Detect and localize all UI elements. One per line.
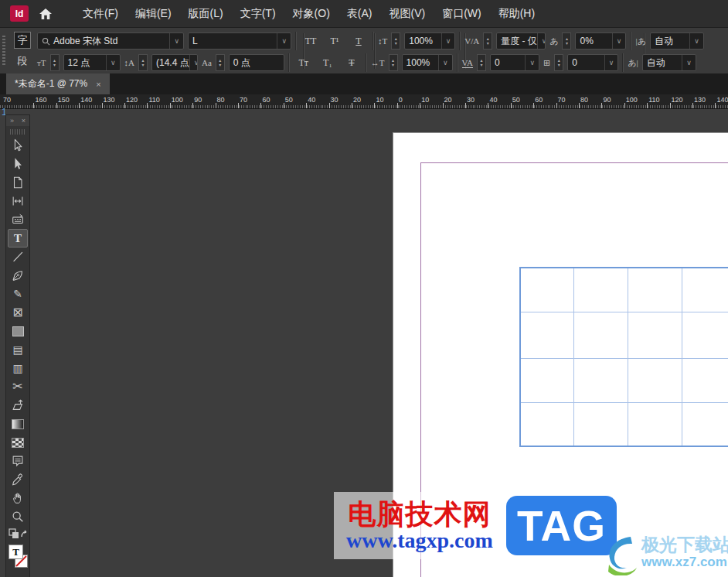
leading-icon: ↕A: [124, 58, 134, 67]
all-caps-button[interactable]: TT: [301, 32, 321, 50]
grid-jidori-stepper[interactable]: ▴▾: [554, 54, 563, 71]
baseline-shift-field[interactable]: 0 点: [229, 54, 284, 71]
grid-jidori-icon: ⊞: [543, 58, 550, 68]
watermark-url: www.tagxp.com: [346, 529, 493, 551]
space-after-icon: あ|: [628, 57, 638, 69]
vertical-grid-tool[interactable]: ▥: [8, 359, 28, 377]
expand-panel-icon[interactable]: »: [10, 117, 14, 125]
grid-jidori-field[interactable]: 0∨: [567, 54, 618, 71]
menu-window[interactable]: 窗口(W): [434, 0, 490, 27]
space-before-icon: |あ: [635, 36, 645, 47]
vertical-scale-field[interactable]: 100%∨: [404, 32, 455, 50]
free-transform-tool[interactable]: [8, 396, 28, 415]
direct-selection-tool[interactable]: [8, 155, 28, 173]
vertical-scale-icon: ↕T: [378, 36, 387, 46]
chevron-down-icon[interactable]: ∨: [277, 33, 287, 49]
font-style-combo[interactable]: L ∨: [188, 32, 291, 50]
xz7-site-name: 极光下载站: [641, 535, 728, 555]
indesign-logo[interactable]: Id: [10, 5, 29, 22]
close-panel-icon[interactable]: ×: [22, 117, 26, 125]
tracking-icon: VA: [462, 58, 473, 68]
kerning-stepper[interactable]: ▴▾: [483, 32, 492, 50]
font-family-combo[interactable]: Adobe 宋体 Std ∨: [37, 32, 184, 50]
horizontal-grid-tool[interactable]: ▤: [8, 340, 28, 359]
proportional-spacing-field[interactable]: 0%∨: [575, 32, 626, 50]
space-after-field[interactable]: 自动∨: [642, 54, 696, 71]
font-family-value: Adobe 宋体 Std: [53, 35, 117, 48]
text-fill-swatch[interactable]: T: [9, 545, 23, 559]
menu-edit[interactable]: 编辑(E): [127, 0, 180, 27]
horizontal-scale-icon: ↔T: [371, 58, 385, 67]
gap-tool[interactable]: [8, 192, 28, 210]
character-formatting-tab[interactable]: 字: [14, 32, 31, 49]
home-icon[interactable]: [39, 8, 53, 20]
font-size-icon: тT: [37, 58, 46, 67]
pencil-tool[interactable]: ✎: [8, 285, 28, 303]
chevron-down-icon[interactable]: ∨: [169, 33, 179, 49]
subscript-button[interactable]: T₁: [318, 54, 338, 71]
baseline-shift-stepper[interactable]: ▴▾: [216, 54, 225, 71]
tracking-stepper[interactable]: ▴▾: [477, 54, 486, 71]
panel-grip[interactable]: [2, 36, 5, 67]
space-before-field[interactable]: 自动∨: [650, 32, 704, 50]
kerning-field[interactable]: 量度 - 仅∨: [496, 32, 546, 50]
horizontal-ruler[interactable]: 7016015014013012011010090807060504030201…: [0, 94, 728, 109]
menu-items: 文件(F)编辑(E)版面(L)文字(T)对象(O)表(A)视图(V)窗口(W)帮…: [74, 0, 543, 27]
rectangle-tool[interactable]: [8, 322, 28, 340]
proportional-spacing-stepper[interactable]: ▴▾: [562, 32, 571, 50]
menu-table[interactable]: 表(A): [338, 0, 381, 27]
zoom-tool[interactable]: [8, 507, 28, 526]
eyedropper-tool[interactable]: [8, 470, 28, 489]
tracking-field[interactable]: 0∨: [490, 54, 539, 71]
horizontal-scale-stepper[interactable]: ▴▾: [389, 54, 398, 71]
underline-button[interactable]: T: [349, 32, 369, 50]
tools-panel: » × T✎⊠▤▥✂ T: [5, 114, 30, 577]
note-tool[interactable]: [8, 452, 28, 470]
menu-layout[interactable]: 版面(L): [180, 0, 232, 27]
indesign-window: Id 文件(F)编辑(E)版面(L)文字(T)对象(O)表(A)视图(V)窗口(…: [0, 0, 728, 577]
font-size-stepper[interactable]: ▴▾: [50, 54, 60, 71]
panel-grip[interactable]: [10, 129, 26, 135]
menu-file[interactable]: 文件(F): [74, 0, 127, 27]
tag-logo: TAG: [506, 496, 617, 555]
fill-stroke-indicator[interactable]: T: [8, 545, 28, 568]
hand-tool[interactable]: [8, 489, 28, 507]
kerning-icon: V/A: [464, 36, 479, 46]
vertical-scale-stepper[interactable]: ▴▾: [391, 32, 400, 50]
leading-field[interactable]: (14.4 点∨: [151, 54, 198, 71]
content-collector-tool[interactable]: [8, 210, 28, 229]
strikethrough-button[interactable]: T: [342, 54, 362, 71]
gradient-feather-tool[interactable]: [8, 433, 28, 452]
superscript-button[interactable]: T¹: [325, 32, 345, 50]
frame-tool[interactable]: ⊠: [8, 303, 28, 322]
font-size-field[interactable]: 12 点∨: [63, 54, 121, 71]
proportional-spacing-icon: あ: [549, 36, 558, 47]
menu-help[interactable]: 帮助(H): [490, 0, 543, 27]
gradient-tool[interactable]: [8, 415, 28, 433]
type-tool[interactable]: T: [8, 229, 28, 248]
page-tool[interactable]: [8, 173, 28, 192]
menu-view[interactable]: 视图(V): [380, 0, 434, 27]
swap-fill-stroke[interactable]: [8, 527, 28, 543]
paragraph-formatting-tab[interactable]: 段: [14, 53, 31, 70]
menu-type[interactable]: 文字(T): [232, 0, 284, 27]
search-icon: [42, 37, 50, 46]
menu-object[interactable]: 对象(O): [284, 0, 338, 27]
menu-bar: Id 文件(F)编辑(E)版面(L)文字(T)对象(O)表(A)视图(V)窗口(…: [0, 0, 728, 27]
font-style-value: L: [192, 36, 198, 46]
small-caps-button[interactable]: Tт: [294, 54, 314, 71]
watermark-title: 电脑技术网: [349, 500, 492, 529]
document-tab[interactable]: *未命名-1 @ 77% ×: [6, 73, 110, 94]
horizontal-scale-field[interactable]: 100%∨: [402, 54, 453, 71]
baseline-shift-icon: Aa: [202, 58, 212, 67]
scissors-tool[interactable]: ✂: [8, 377, 28, 396]
selection-tool[interactable]: [8, 136, 28, 155]
table-frame[interactable]: [519, 267, 728, 447]
document-tab-bar: *未命名-1 @ 77% ×: [0, 73, 728, 94]
line-tool[interactable]: [8, 248, 28, 266]
close-icon[interactable]: ×: [96, 80, 100, 89]
workspace: 1 » × T✎⊠▤▥✂ T: [0, 108, 728, 577]
pen-tool[interactable]: [8, 266, 28, 285]
watermark-xz7: 极光下载站 www.xz7.com: [604, 534, 728, 577]
leading-stepper[interactable]: ▴▾: [138, 54, 148, 71]
